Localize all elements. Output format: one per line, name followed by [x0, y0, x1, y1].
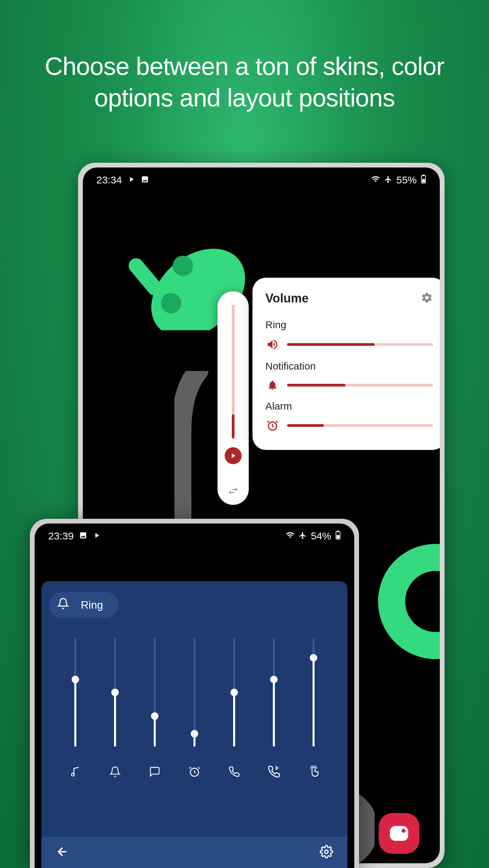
back-button[interactable] — [56, 845, 69, 860]
media-play-button[interactable] — [225, 447, 242, 464]
blue-panel-footer — [41, 837, 347, 868]
status-battery: 54% — [311, 530, 331, 542]
svg-rect-14 — [337, 531, 339, 532]
volume-icon — [265, 338, 280, 351]
slider-ring[interactable] — [114, 638, 116, 747]
svg-point-12 — [401, 829, 406, 833]
vertical-volume-fill — [232, 414, 234, 438]
slider-notification[interactable] — [154, 638, 156, 747]
volume-card: Volume Ring Notification — [252, 278, 440, 450]
svg-rect-11 — [390, 826, 408, 841]
gear-icon[interactable] — [320, 845, 333, 860]
slider-alarm[interactable] — [193, 638, 195, 747]
status-bar: 23:34 55% — [83, 167, 440, 186]
phone-frame-2: 23:39 54% Ring — [30, 519, 359, 868]
play-icon — [127, 174, 135, 186]
blue-volume-panel: Ring — [41, 581, 347, 868]
slider-system[interactable] — [313, 638, 315, 747]
alarm-icon — [188, 764, 201, 780]
wifi-icon — [286, 530, 295, 542]
alarm-slider[interactable] — [287, 424, 433, 427]
image-icon — [79, 530, 87, 542]
volume-row-label: Notification — [265, 360, 433, 372]
bell-icon — [265, 379, 280, 391]
airplane-icon — [384, 174, 392, 186]
swap-icon[interactable] — [227, 485, 239, 498]
music-note-icon — [70, 764, 81, 780]
svg-rect-1 — [422, 175, 425, 176]
slider-call[interactable] — [233, 638, 235, 747]
svg-rect-15 — [337, 535, 339, 538]
svg-point-6 — [161, 293, 181, 313]
headline-text: Choose between a ton of skins, color opt… — [0, 0, 489, 114]
status-time: 23:34 — [96, 174, 122, 186]
phone-screen-2: 23:39 54% Ring — [35, 524, 354, 868]
airplane-icon — [299, 530, 307, 542]
bell-icon — [109, 764, 121, 780]
ring-slider[interactable] — [287, 343, 433, 346]
volume-row-label: Alarm — [265, 400, 433, 412]
phone-icon — [228, 764, 240, 780]
svg-point-16 — [72, 773, 75, 776]
chat-icon — [149, 764, 161, 780]
battery-icon — [421, 174, 426, 186]
status-time: 23:39 — [48, 530, 74, 542]
svg-point-8 — [392, 557, 440, 646]
vertical-volume-pill — [218, 291, 249, 505]
status-battery: 55% — [396, 174, 417, 186]
wifi-icon — [371, 174, 380, 186]
volume-row-label: Ring — [265, 319, 433, 331]
gear-icon[interactable] — [421, 292, 433, 305]
screen-record-button[interactable] — [379, 813, 419, 854]
battery-icon — [335, 530, 341, 542]
phone-bluetooth-icon — [267, 764, 280, 780]
bell-icon — [57, 597, 69, 612]
equalizer-sliders — [48, 631, 341, 831]
current-stream-pill[interactable]: Ring — [49, 592, 119, 618]
slider-bluetooth[interactable] — [273, 638, 275, 747]
touch-icon — [307, 764, 320, 780]
alarm-icon — [265, 419, 280, 432]
svg-rect-4 — [126, 255, 165, 299]
image-icon — [141, 174, 149, 186]
svg-point-18 — [325, 850, 328, 853]
status-bar: 23:39 54% — [35, 524, 354, 542]
current-stream-label: Ring — [81, 599, 103, 611]
svg-rect-2 — [422, 179, 425, 182]
vertical-volume-slider[interactable] — [232, 305, 234, 438]
play-icon — [93, 530, 101, 542]
volume-card-title: Volume — [265, 291, 308, 305]
slider-media[interactable] — [74, 638, 76, 747]
notification-slider[interactable] — [287, 384, 433, 387]
svg-point-5 — [173, 256, 193, 276]
